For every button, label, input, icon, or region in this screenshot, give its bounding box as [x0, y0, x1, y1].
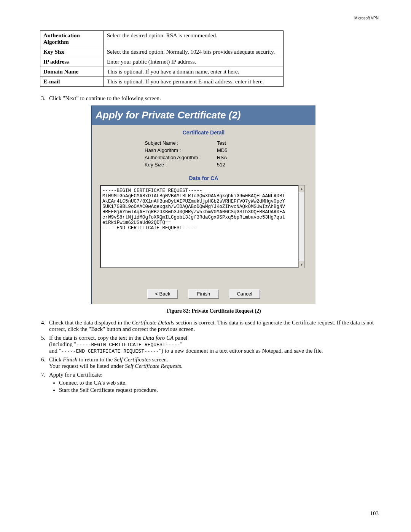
- detail-row: Subject Name : Test: [145, 139, 263, 147]
- emphasis: Certificate Details: [132, 320, 174, 326]
- scroll-up-icon[interactable]: ▲: [298, 185, 305, 192]
- table-row: Authentication Algorithm Select the desi…: [40, 31, 284, 47]
- detail-value: Test: [217, 140, 247, 146]
- detail-label: Authentication Algorithm :: [145, 155, 217, 160]
- cancel-button[interactable]: Cancel: [229, 289, 260, 298]
- param-label: Domain Name: [40, 67, 104, 77]
- detail-value: 512: [217, 162, 247, 168]
- step-text-part: panel: [174, 335, 187, 341]
- sub-bullets: Connect to the CA's web site. Start the …: [49, 380, 379, 393]
- emphasis: Self Certificate Requests: [125, 363, 181, 369]
- param-desc: Enter your public (Internet) IP address.: [104, 57, 284, 67]
- ca-data-textarea[interactable]: [100, 185, 304, 268]
- finish-button[interactable]: Finish: [188, 289, 219, 298]
- detail-row: Authentication Algorithm : RSA: [145, 154, 263, 161]
- emphasis: Data foro CA: [143, 335, 174, 341]
- step-text: Apply for a Certificate:: [49, 372, 102, 378]
- scrollbar[interactable]: ▲ ▼: [298, 185, 305, 268]
- step-5: If the data is correct, copy the text in…: [47, 335, 379, 354]
- page-number: 103: [370, 510, 379, 517]
- code-inline: -----BEGIN CERTIFICATE REQUEST-----: [76, 342, 180, 348]
- list-item: Start the Self Certificate request proce…: [59, 387, 379, 393]
- detail-label: Hash Algorithm :: [145, 147, 217, 153]
- code-inline: -----END CERTIFICATE REQUEST-----: [61, 348, 159, 354]
- table-row: Domain Name This is optional. If you hav…: [40, 67, 284, 77]
- step-text-part: ": [180, 341, 183, 347]
- scroll-down-icon[interactable]: ▼: [298, 261, 305, 268]
- param-label: E-mail: [40, 77, 104, 87]
- detail-value: MD5: [217, 147, 247, 153]
- certificate-detail-block: Subject Name : Test Hash Algorithm : MD5…: [145, 139, 263, 168]
- detail-label: Key Size :: [145, 162, 217, 168]
- back-button[interactable]: < Back: [147, 289, 178, 298]
- emphasis: Self Certificates: [114, 356, 151, 363]
- step-6: Click Finish to return to the Self Certi…: [47, 356, 379, 369]
- scroll-track[interactable]: [298, 192, 305, 261]
- step-text-part: ") to a new document in a text editor su…: [159, 348, 323, 354]
- step-text: Click "Next" to continue to the followin…: [49, 95, 161, 101]
- section-data-for-ca: Data for CA: [92, 175, 315, 181]
- step-4: Check that the data displayed in the Cer…: [47, 320, 379, 332]
- step-text-part: and ": [49, 348, 61, 354]
- list-item: Connect to the CA's web site.: [59, 380, 379, 386]
- page-header-right: Microsoft VPN: [354, 16, 379, 20]
- step-text-part: Click: [49, 356, 63, 363]
- param-desc: This is optional. If you have permanent …: [104, 77, 284, 87]
- instruction-list: Click "Next" to continue to the followin…: [32, 95, 379, 393]
- step-text-part: screen.: [151, 356, 168, 363]
- step-3: Click "Next" to continue to the followin…: [47, 95, 379, 314]
- param-desc: This is optional. If you have a domain n…: [104, 67, 284, 77]
- step-text-part: If the data is correct, copy the text in…: [49, 335, 143, 341]
- emphasis: Finish: [63, 356, 77, 363]
- detail-value: RSA: [217, 155, 247, 160]
- detail-row: Key Size : 512: [145, 161, 263, 168]
- table-row: E-mail This is optional. If you have per…: [40, 77, 284, 87]
- table-row: IP address Enter your public (Internet) …: [40, 57, 284, 67]
- button-row: < Back Finish Cancel: [92, 289, 315, 298]
- step-text-part: to return to the: [78, 356, 114, 363]
- step-7: Apply for a Certificate: Connect to the …: [47, 372, 379, 393]
- table-row: Key Size Select the desired option. Norm…: [40, 47, 284, 57]
- params-table: Authentication Algorithm Select the desi…: [40, 30, 284, 87]
- step-text-part: Check that the data displayed in the: [49, 320, 132, 326]
- param-label: IP address: [40, 57, 104, 67]
- figure-caption: Figure 82: Private Certificate Request (…: [49, 308, 379, 314]
- step-text-part: .: [181, 363, 183, 369]
- param-label: Key Size: [40, 47, 104, 57]
- section-certificate-detail: Certificate Detail: [92, 129, 315, 136]
- param-desc: Select the desired option. Normally, 102…: [104, 47, 284, 57]
- step-text-part: (including ": [49, 341, 76, 347]
- param-label: Authentication Algorithm: [40, 31, 104, 47]
- detail-label: Subject Name :: [145, 140, 217, 146]
- step-text-part: Your request will be listed under: [49, 363, 125, 369]
- detail-row: Hash Algorithm : MD5: [145, 147, 263, 154]
- figure-window-title: Apply for Private Certificate (2): [92, 106, 315, 125]
- param-desc: Select the desired option. RSA is recomm…: [104, 31, 284, 47]
- figure-screenshot: Apply for Private Certificate (2) Certif…: [91, 105, 315, 304]
